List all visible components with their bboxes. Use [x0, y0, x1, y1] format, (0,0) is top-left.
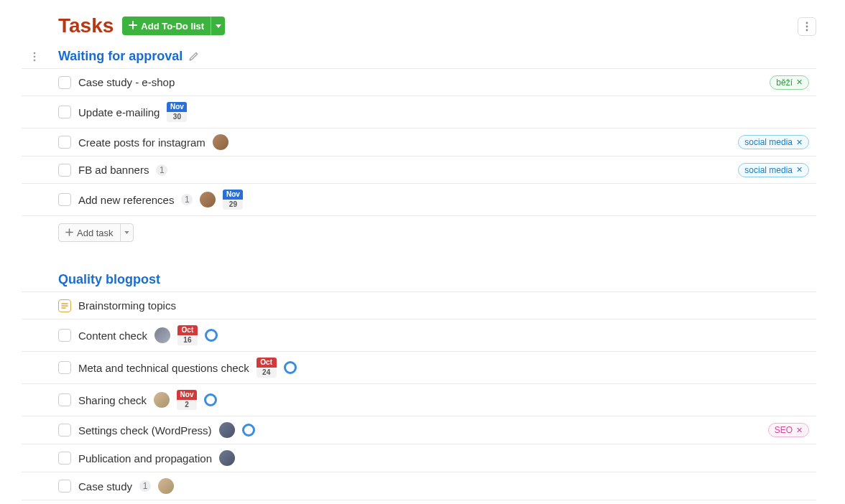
- svg-point-1: [806, 26, 808, 28]
- task-title: Update e-mailing: [78, 106, 160, 118]
- due-date-day: 24: [257, 368, 277, 378]
- due-date-badge[interactable]: Oct16: [177, 325, 198, 345]
- add-todo-list-main[interactable]: Add To-Do list: [122, 17, 211, 35]
- plus-icon: [129, 21, 137, 32]
- task-checkbox[interactable]: [58, 480, 71, 493]
- task-title: Brainstorming topics: [78, 299, 176, 312]
- assignee-avatar[interactable]: [219, 422, 235, 438]
- assignee-avatar[interactable]: [154, 327, 170, 343]
- task-row[interactable]: Sharing checkNov2: [22, 384, 816, 416]
- task-title: Meta and technical questions check: [78, 362, 249, 374]
- close-icon[interactable]: ✕: [796, 78, 803, 87]
- pencil-icon[interactable]: [188, 51, 199, 62]
- task-title: Content check: [78, 330, 147, 342]
- svg-point-4: [34, 55, 36, 57]
- tag-pill[interactable]: social media✕: [738, 163, 809, 177]
- task-title: Create posts for instagram: [78, 136, 206, 149]
- task-row[interactable]: Case study1: [22, 472, 816, 500]
- task-title: Publication and propagation: [78, 452, 212, 465]
- task-row[interactable]: Publication and propagation: [22, 444, 816, 472]
- add-task-button[interactable]: Add task: [58, 223, 134, 242]
- task-row[interactable]: FB ad banners1social media✕: [22, 157, 816, 184]
- tag-pill[interactable]: SEO✕: [768, 423, 809, 437]
- svg-point-2: [806, 29, 808, 32]
- list-title[interactable]: Quality blogpost: [58, 272, 160, 287]
- assignee-avatar[interactable]: [213, 134, 228, 150]
- tag-pill[interactable]: běží✕: [770, 75, 809, 90]
- subtask-count-badge: 1: [139, 480, 151, 492]
- due-date-badge[interactable]: Nov30: [167, 102, 187, 122]
- due-date-day: 29: [223, 200, 243, 210]
- task-checkbox[interactable]: [58, 164, 71, 177]
- due-date-month: Nov: [223, 190, 243, 200]
- due-date-badge[interactable]: Nov29: [223, 190, 243, 210]
- task-row[interactable]: Brainstorming topics: [22, 292, 816, 319]
- subtask-count-badge: 1: [156, 164, 167, 176]
- subtask-count-badge: 1: [181, 194, 193, 205]
- add-task-dropdown[interactable]: [120, 224, 133, 241]
- due-date-badge[interactable]: Nov2: [177, 390, 197, 410]
- due-date-month: Oct: [177, 325, 198, 335]
- list-title[interactable]: Waiting for approval: [58, 49, 183, 64]
- task-checkbox[interactable]: [58, 136, 71, 149]
- page-title: Tasks: [58, 14, 114, 37]
- note-icon: [58, 299, 71, 312]
- assignee-avatar[interactable]: [219, 450, 235, 466]
- task-checkbox[interactable]: [58, 424, 71, 437]
- task-row[interactable]: Meta and technical questions checkOct24: [22, 352, 816, 384]
- add-todo-list-label: Add To-Do list: [141, 21, 204, 32]
- task-checkbox[interactable]: [58, 193, 71, 206]
- tag-label: social media: [744, 137, 793, 147]
- assignee-avatar[interactable]: [200, 192, 216, 207]
- due-date-badge[interactable]: Oct24: [257, 358, 277, 378]
- task-checkbox[interactable]: [58, 76, 71, 89]
- task-title: Case study: [78, 480, 132, 493]
- task-title: Case study - e-shop: [78, 76, 175, 88]
- task-checkbox[interactable]: [58, 452, 71, 465]
- task-title: Sharing check: [78, 394, 147, 406]
- reminder-icon[interactable]: [284, 361, 297, 374]
- reminder-icon[interactable]: [242, 424, 255, 437]
- svg-point-0: [806, 22, 808, 24]
- reminder-icon[interactable]: [204, 393, 217, 406]
- task-checkbox[interactable]: [58, 361, 71, 374]
- task-title: Settings check (WordPress): [78, 424, 212, 437]
- assignee-avatar[interactable]: [154, 392, 170, 408]
- list-drag-handle[interactable]: [29, 51, 40, 62]
- add-task-label: Add task: [77, 228, 114, 238]
- task-checkbox[interactable]: [58, 393, 71, 406]
- svg-point-5: [34, 59, 36, 61]
- due-date-day: 16: [177, 335, 198, 345]
- due-date-day: 30: [167, 112, 187, 122]
- tag-label: social media: [744, 165, 793, 175]
- due-date-month: Oct: [257, 358, 277, 368]
- task-row[interactable]: Add new references1Nov29: [22, 184, 816, 216]
- assignee-avatar[interactable]: [158, 478, 174, 494]
- due-date-month: Nov: [177, 390, 197, 400]
- tag-label: běží: [776, 78, 793, 88]
- page-menu-button[interactable]: [798, 17, 816, 36]
- due-date-day: 2: [177, 400, 197, 410]
- close-icon[interactable]: ✕: [796, 138, 803, 147]
- task-row[interactable]: Create posts for instagramsocial media✕: [22, 129, 816, 157]
- task-row[interactable]: Case study - e-shopběží✕: [22, 69, 816, 96]
- task-row[interactable]: Settings check (WordPress)SEO✕: [22, 416, 816, 444]
- add-task-main[interactable]: Add task: [59, 224, 120, 241]
- svg-point-3: [34, 52, 36, 54]
- due-date-month: Nov: [167, 102, 187, 112]
- tag-pill[interactable]: social media✕: [738, 135, 809, 149]
- task-row[interactable]: Content checkOct16: [22, 319, 816, 352]
- add-todo-list-button[interactable]: Add To-Do list: [122, 17, 225, 35]
- task-title: Add new references: [78, 194, 174, 206]
- tag-label: SEO: [775, 425, 793, 435]
- reminder-icon[interactable]: [205, 329, 218, 342]
- task-checkbox[interactable]: [58, 106, 71, 118]
- task-row[interactable]: Update e-mailingNov30: [22, 96, 816, 129]
- task-checkbox[interactable]: [58, 329, 71, 342]
- plus-icon: [65, 228, 73, 238]
- close-icon[interactable]: ✕: [796, 165, 803, 174]
- add-todo-list-dropdown[interactable]: [211, 17, 225, 35]
- task-title: FB ad banners: [78, 164, 149, 176]
- close-icon[interactable]: ✕: [796, 426, 803, 435]
